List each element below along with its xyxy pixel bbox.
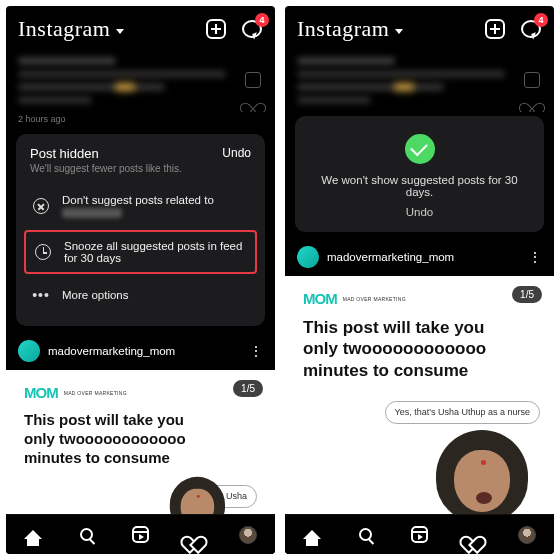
card-subtitle: We'll suggest fewer posts like this. xyxy=(30,163,182,174)
search-icon xyxy=(80,528,93,541)
avatar xyxy=(297,246,319,268)
undo-button[interactable]: Undo xyxy=(309,206,530,218)
speech-bubble: Yes, that's Usha Uthup as a nurse xyxy=(385,401,540,424)
messenger-button[interactable]: 4 xyxy=(520,18,542,40)
snooze-confirmed-card: We won't show suggested posts for 30 day… xyxy=(295,116,544,232)
heart-icon xyxy=(465,528,481,542)
post-brand-sub: MAD OVER MARKETING xyxy=(64,390,127,396)
app-header: Instagram 4 xyxy=(6,6,275,48)
blurred-caption-area xyxy=(285,48,554,112)
instagram-logo[interactable]: Instagram xyxy=(18,16,110,42)
post-hidden-card: Post hidden We'll suggest fewer posts li… xyxy=(16,134,265,326)
nav-reels[interactable] xyxy=(130,525,150,545)
home-icon xyxy=(24,530,42,539)
instagram-logo[interactable]: Instagram xyxy=(297,16,389,42)
nav-activity[interactable] xyxy=(463,525,483,545)
nav-activity[interactable] xyxy=(184,525,204,545)
post-menu-icon[interactable]: ⋮ xyxy=(249,343,263,359)
nav-profile[interactable] xyxy=(238,525,258,545)
person-image xyxy=(170,477,225,514)
chevron-down-icon[interactable] xyxy=(116,29,124,34)
blurred-caption-area xyxy=(6,48,275,112)
new-post-button[interactable] xyxy=(205,18,227,40)
nav-home[interactable] xyxy=(302,525,322,545)
post-brand-logo: MOM xyxy=(303,290,337,307)
nav-search[interactable] xyxy=(77,525,97,545)
reels-icon xyxy=(411,526,428,543)
bottom-nav xyxy=(6,514,275,554)
screenshot-left: Instagram 4 2 hours ago xyxy=(6,6,275,554)
bookmark-icon[interactable] xyxy=(245,72,261,88)
reels-icon xyxy=(132,526,149,543)
bookmark-icon[interactable] xyxy=(524,72,540,88)
nav-search[interactable] xyxy=(356,525,376,545)
nav-profile[interactable] xyxy=(517,525,537,545)
heart-outline-icon[interactable] xyxy=(524,96,540,110)
post-headline: This post will take you only twooooooooo… xyxy=(303,317,536,381)
carousel-counter: 1/5 xyxy=(233,380,263,397)
bottom-nav xyxy=(285,514,554,554)
username: madovermarketing_mom xyxy=(327,251,528,263)
username: madovermarketing_mom xyxy=(48,345,249,357)
post-timestamp: 2 hours ago xyxy=(6,112,275,130)
clock-icon xyxy=(35,244,51,260)
person-image xyxy=(436,430,528,514)
card-title: Post hidden xyxy=(30,146,182,161)
x-circle-icon xyxy=(33,198,49,214)
post-content[interactable]: 1/5 MOM MAD OVER MARKETING This post wil… xyxy=(285,276,554,514)
nav-reels[interactable] xyxy=(409,525,429,545)
app-header: Instagram 4 xyxy=(285,6,554,48)
profile-icon xyxy=(239,526,257,544)
carousel-counter: 1/5 xyxy=(512,286,542,303)
post-content[interactable]: 1/5 MOM MAD OVER MARKETING This post wil… xyxy=(6,370,275,514)
avatar xyxy=(18,340,40,362)
account-row[interactable]: madovermarketing_mom ⋮ xyxy=(285,240,554,276)
plus-square-icon xyxy=(485,19,505,39)
heart-icon xyxy=(186,528,202,542)
post-brand-sub: MAD OVER MARKETING xyxy=(343,296,406,302)
messenger-button[interactable]: 4 xyxy=(241,18,263,40)
profile-icon xyxy=(518,526,536,544)
check-circle-icon xyxy=(405,134,435,164)
screenshot-right: Instagram 4 We won't s xyxy=(285,6,554,554)
post-brand-logo: MOM xyxy=(24,384,58,401)
option-dont-suggest-related[interactable]: Don't suggest posts related to xyxy=(30,184,251,228)
notification-badge: 4 xyxy=(534,13,548,27)
new-post-button[interactable] xyxy=(484,18,506,40)
undo-button[interactable]: Undo xyxy=(222,146,251,160)
dots-icon: ••• xyxy=(32,286,50,304)
blurred-topic xyxy=(62,208,122,218)
post-menu-icon[interactable]: ⋮ xyxy=(528,249,542,265)
option-snooze-30-days[interactable]: Snooze all suggested posts in feed for 3… xyxy=(24,230,257,274)
nav-home[interactable] xyxy=(23,525,43,545)
notification-badge: 4 xyxy=(255,13,269,27)
home-icon xyxy=(303,530,321,539)
chevron-down-icon[interactable] xyxy=(395,29,403,34)
search-icon xyxy=(359,528,372,541)
post-headline: This post will take you only twooooooooo… xyxy=(24,411,257,467)
heart-outline-icon[interactable] xyxy=(245,96,261,110)
confirmation-text: We won't show suggested posts for 30 day… xyxy=(309,174,530,198)
account-row[interactable]: madovermarketing_mom ⋮ xyxy=(6,334,275,370)
plus-square-icon xyxy=(206,19,226,39)
option-more[interactable]: ••• More options xyxy=(30,276,251,314)
